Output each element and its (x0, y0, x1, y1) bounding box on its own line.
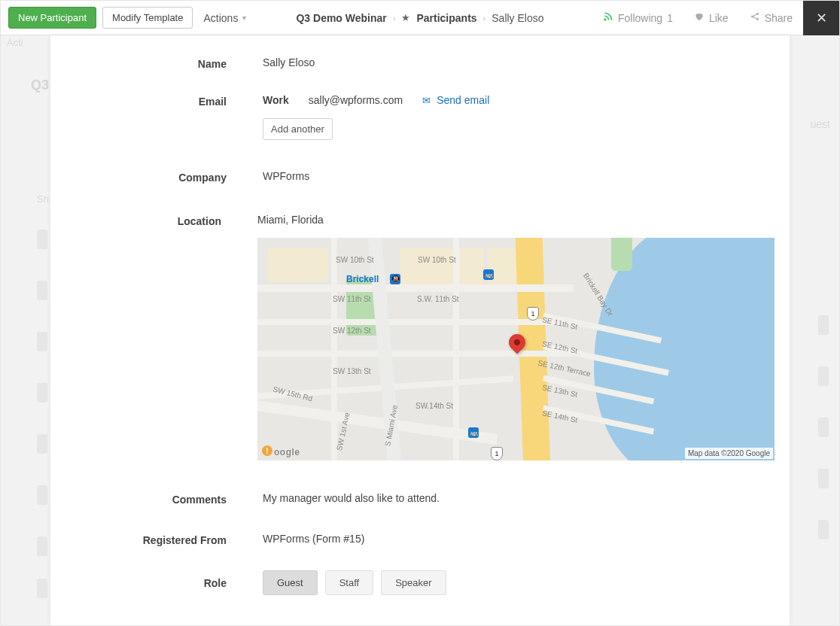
like-label: Like (709, 12, 729, 24)
top-right-actions: Following 1 Like Share ✕ (592, 1, 839, 35)
comments-label: Comments (50, 492, 263, 506)
send-email-label: Send email (437, 94, 489, 106)
breadcrumb-participants[interactable]: Participants (416, 12, 476, 24)
map-road (453, 238, 459, 460)
registered-value: WPForms (Form #15) (263, 533, 790, 546)
bg-text: Q3 (31, 77, 49, 93)
role-label: Role (50, 570, 263, 595)
transit-icon: 🚌 (483, 269, 494, 280)
bg-avatar (37, 434, 47, 454)
name-value[interactable]: Sally Eloso (263, 56, 790, 70)
map-road (257, 319, 574, 325)
share-icon (750, 11, 760, 24)
company-label: Company (50, 170, 263, 184)
svg-point-0 (604, 19, 606, 20)
bg-avatar (818, 469, 829, 488)
email-type-label: Work (263, 94, 289, 106)
add-another-email-button[interactable]: Add another (263, 118, 333, 140)
bg-avatar (37, 383, 47, 403)
breadcrumb-current: Sally Eloso (492, 12, 543, 24)
map-building (268, 248, 328, 281)
bg-avatar (37, 281, 47, 300)
map-place-label: Brickell (346, 274, 379, 284)
send-email-link[interactable]: ✉ Send email (422, 94, 489, 106)
highway-shield-icon: 1 (491, 447, 503, 460)
star-icon: ★ (401, 12, 410, 23)
share-label: Share (765, 12, 793, 24)
street-label: SW 13th St (333, 367, 371, 375)
breadcrumb: Q3 Demo Webinar › ★ Participants › Sally… (296, 12, 543, 24)
bg-avatar (818, 366, 829, 386)
bg-text: uest (811, 118, 830, 130)
field-row-registered: Registered From WPForms (Form #15) (50, 519, 790, 560)
map-attribution: Map data ©2020 Google (685, 448, 773, 459)
heart-icon (694, 11, 705, 24)
street-label: SW 10th St (418, 256, 456, 264)
street-label: SW 10th St (336, 256, 374, 264)
street-label: SW.14th St (415, 402, 453, 410)
field-row-name: Name Sally Eloso (50, 35, 790, 85)
bg-avatar (37, 485, 47, 505)
close-button[interactable]: ✕ (803, 1, 839, 35)
actions-menu[interactable]: Actions ▾ (203, 12, 246, 24)
transit-icon: 🚌 (468, 427, 479, 438)
role-option-guest[interactable]: Guest (263, 570, 318, 595)
street-label: SW 11th St (333, 295, 371, 303)
location-value[interactable]: Miami, Florida (257, 214, 324, 226)
map-road (331, 238, 337, 460)
bg-text: Acti (7, 37, 52, 48)
top-toolbar: New Participant Modify Template Actions … (1, 1, 839, 35)
field-row-location: Location Miami, Florida (50, 205, 790, 470)
map-road (257, 284, 574, 292)
warning-icon: ! (262, 445, 272, 456)
detail-panel: Name Sally Eloso Email Work sally@wpform… (50, 35, 790, 625)
company-value[interactable]: WPForms (263, 170, 790, 184)
field-row-role: Role Guest Staff Speaker (50, 560, 790, 604)
highway-shield-icon: 1 (527, 307, 539, 321)
email-label: Email (50, 94, 263, 140)
share-button[interactable]: Share (739, 11, 803, 24)
role-option-staff[interactable]: Staff (325, 570, 374, 595)
bg-text: Sh (37, 193, 49, 205)
role-toggle-group: Guest Staff Speaker (263, 570, 775, 595)
bg-avatar (37, 536, 47, 556)
role-option-speaker[interactable]: Speaker (381, 570, 446, 595)
rss-icon (603, 11, 613, 24)
transit-icon: 🚇 (390, 274, 400, 284)
location-label: Location (50, 214, 257, 460)
breadcrumb-root[interactable]: Q3 Demo Webinar (296, 12, 386, 24)
bg-avatar (818, 418, 829, 437)
map-provider-logo: oogle (274, 447, 300, 457)
modify-template-button[interactable]: Modify Template (102, 7, 193, 29)
chevron-down-icon: ▾ (242, 14, 246, 22)
name-label: Name (50, 56, 263, 70)
chevron-right-icon: › (393, 14, 396, 23)
new-participant-button[interactable]: New Participant (8, 7, 96, 29)
bg-avatar (818, 315, 829, 335)
bg-avatar (37, 229, 47, 249)
envelope-icon: ✉ (422, 95, 431, 106)
field-row-comments: Comments My manager would also like to a… (50, 470, 790, 519)
bg-avatar (37, 332, 47, 351)
location-map[interactable]: Brickell 🚇 🚌 🚌 1 1 SW 10th St SW 10th St… (257, 238, 775, 460)
following-count: 1 (667, 12, 673, 24)
following-button[interactable]: Following 1 (592, 11, 683, 24)
chevron-right-icon: › (483, 14, 486, 23)
street-label: SW 12th St (333, 327, 371, 335)
street-label: S.W. 11th St (417, 295, 459, 303)
actions-label: Actions (203, 12, 238, 24)
close-icon: ✕ (816, 10, 827, 26)
map-road (257, 351, 574, 357)
like-button[interactable]: Like (683, 11, 739, 24)
field-row-email: Email Work sally@wpforms.com ✉ Send emai… (50, 85, 790, 149)
bg-avatar (37, 579, 47, 598)
bg-avatar (818, 520, 829, 539)
following-label: Following (618, 12, 662, 24)
field-row-company: Company WPForms (50, 149, 790, 205)
map-park (611, 238, 632, 271)
email-value[interactable]: sally@wpforms.com (309, 94, 403, 106)
registered-label: Registered From (50, 533, 263, 546)
comments-value[interactable]: My manager would also like to attend. (263, 492, 790, 506)
